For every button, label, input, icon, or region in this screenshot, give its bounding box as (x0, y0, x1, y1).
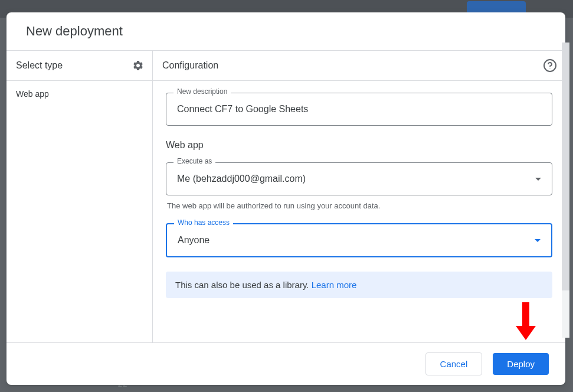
dialog-title: New deployment (26, 24, 546, 39)
help-icon[interactable] (543, 58, 557, 73)
access-value: Anyone (178, 235, 209, 246)
access-legend: Who has access (174, 218, 233, 227)
execute-as-legend: Execute as (173, 157, 215, 165)
execute-as-field[interactable]: Execute as Me (behzaddj000@gmail.com) (166, 162, 552, 195)
scrollbar-track[interactable] (562, 43, 569, 338)
configuration-label: Configuration (162, 60, 218, 71)
execute-as-value: Me (behzaddj000@gmail.com) (177, 174, 306, 184)
new-deployment-dialog: New deployment Select type Web app Confi… (6, 12, 565, 385)
banner-text: This can also be used as a library. (175, 280, 312, 290)
cancel-button[interactable]: Cancel (425, 352, 483, 375)
dialog-main: Configuration New description Web app Ex… (153, 51, 565, 342)
sidebar-item-web-app[interactable]: Web app (6, 81, 152, 107)
who-has-access-field[interactable]: Who has access Anyone (166, 223, 552, 257)
description-input[interactable] (166, 93, 552, 125)
library-info-banner: This can also be used as a library. Lear… (166, 272, 552, 298)
sidebar-header: Select type (6, 51, 152, 81)
gear-icon[interactable] (132, 60, 144, 71)
web-app-section-label: Web app (166, 140, 552, 151)
chevron-down-icon (535, 178, 541, 181)
deploy-button[interactable]: Deploy (493, 353, 549, 375)
dialog-header: New deployment (6, 12, 565, 51)
execute-as-helper: The web app will be authorized to run us… (166, 201, 552, 210)
chevron-down-icon (535, 239, 541, 242)
dialog-sidebar: Select type Web app (6, 51, 153, 342)
dialog-footer: Cancel Deploy (6, 342, 565, 385)
svg-point-1 (550, 68, 551, 69)
learn-more-link[interactable]: Learn more (312, 280, 357, 290)
scrollbar-thumb[interactable] (562, 43, 569, 290)
description-legend: New description (173, 87, 231, 96)
select-type-label: Select type (16, 60, 63, 71)
config-header: Configuration (153, 51, 565, 81)
new-description-field[interactable]: New description (166, 93, 552, 126)
